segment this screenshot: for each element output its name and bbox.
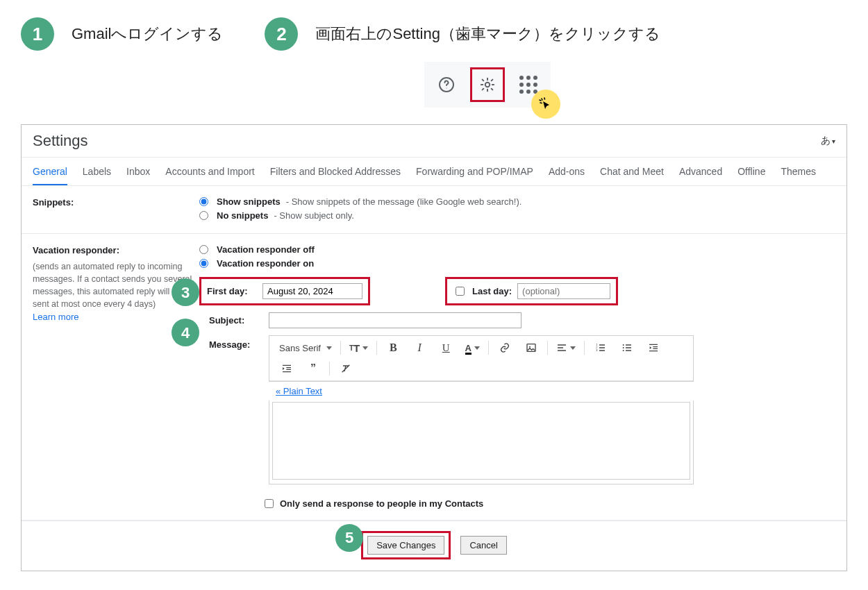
indent-less-tool[interactable] [642, 339, 665, 356]
editor-body-wrap [269, 401, 694, 484]
save-highlight: Save Changes [361, 531, 451, 559]
tab-forwarding[interactable]: Forwarding and POP/IMAP [416, 158, 533, 185]
editor-toolbar: Sans Serif TT B I U A [269, 336, 693, 381]
gear-icon[interactable] [474, 71, 501, 99]
svg-text:3: 3 [596, 348, 599, 352]
tab-offline[interactable]: Offline [737, 158, 765, 185]
snippets-show-radio[interactable] [199, 197, 208, 206]
svg-point-9 [623, 347, 624, 348]
step-1-text: Gmailへログインする [72, 24, 223, 44]
first-day-highlight: First day: [199, 277, 370, 305]
font-family-label: Sans Serif [279, 343, 321, 353]
image-tool[interactable] [519, 339, 543, 356]
save-button[interactable]: Save Changes [367, 536, 444, 555]
contacts-only-label: Only send a response to people in my Con… [280, 498, 483, 509]
svg-point-4 [529, 346, 531, 348]
last-day-input[interactable] [517, 283, 610, 299]
chevron-down-icon [326, 346, 332, 350]
subject-row: Subject: [199, 312, 835, 328]
svg-point-1 [446, 88, 447, 89]
italic-tool[interactable]: I [408, 339, 431, 357]
callout-badge-5: 5 [335, 524, 363, 552]
tab-general[interactable]: General [33, 158, 67, 186]
action-row: 5 Save Changes Cancel [22, 521, 846, 571]
cancel-button[interactable]: Cancel [460, 536, 506, 555]
page-title: Settings [33, 132, 88, 150]
snippets-show-desc: - Show snippets of the message (like Goo… [286, 196, 522, 207]
message-body[interactable] [272, 402, 690, 480]
svg-point-2 [485, 83, 490, 87]
tab-accounts[interactable]: Accounts and Import [165, 158, 254, 185]
settings-panel: Settings あ ▾ General Labels Inbox Accoun… [21, 124, 847, 571]
rich-editor: Sans Serif TT B I U A [269, 335, 694, 382]
chevron-down-icon [474, 346, 480, 350]
chevron-down-icon [362, 346, 368, 350]
instruction-steps: 1 Gmailへログインする 2 画面右上のSetting（歯車マーク）をクリッ… [21, 17, 847, 108]
callout-badge-3: 3 [172, 278, 199, 306]
snippets-hide-radio[interactable] [199, 211, 208, 220]
language-label: あ [821, 135, 831, 147]
callout-badge-4: 4 [172, 319, 199, 346]
contacts-only-row: Only send a response to people in my Con… [262, 497, 835, 510]
font-family-select[interactable]: Sans Serif [275, 340, 336, 356]
tab-themes[interactable]: Themes [781, 158, 816, 185]
link-tool[interactable] [493, 339, 517, 356]
vacation-off-radio[interactable] [199, 245, 208, 254]
tab-addons[interactable]: Add-ons [549, 158, 585, 185]
click-cursor-icon [531, 90, 560, 119]
step-1: 1 Gmailへログインする [21, 17, 223, 51]
subject-input[interactable] [269, 312, 521, 328]
step-1-badge: 1 [21, 17, 54, 51]
svg-point-10 [623, 350, 624, 351]
learn-more-link[interactable]: Learn more [33, 312, 78, 322]
text-color-tool[interactable]: A [460, 340, 484, 356]
vacation-on-row: Vacation responder on [199, 258, 835, 269]
language-selector[interactable]: あ ▾ [821, 135, 835, 147]
section-vacation: Vacation responder: (sends an automated … [22, 234, 846, 521]
underline-tool[interactable]: U [434, 339, 458, 357]
tab-chat[interactable]: Chat and Meet [600, 158, 664, 185]
step-2-badge: 2 [265, 17, 298, 51]
vacation-off-row: Vacation responder off [199, 244, 835, 255]
tab-labels[interactable]: Labels [83, 158, 111, 185]
settings-header: Settings あ ▾ [22, 125, 846, 157]
snippets-show-row: Show snippets - Show snippets of the mes… [199, 196, 835, 207]
vacation-label: Vacation responder: [33, 245, 119, 255]
settings-gear-highlight [470, 67, 505, 102]
vacation-off-label: Vacation responder off [217, 244, 315, 255]
subject-label: Subject: [209, 315, 259, 326]
vacation-on-label: Vacation responder on [217, 258, 314, 269]
chevron-down-icon: ▾ [832, 137, 835, 145]
font-size-tool[interactable]: TT [345, 339, 372, 357]
indent-more-tool[interactable] [275, 360, 299, 377]
step-2-text: 画面右上のSetting（歯車マーク）をクリックする [315, 24, 660, 44]
vacation-on-radio[interactable] [199, 259, 208, 268]
clear-format-tool[interactable] [334, 360, 358, 377]
last-day-label: Last day: [472, 286, 512, 296]
help-icon[interactable] [433, 71, 460, 99]
first-day-input[interactable] [262, 283, 362, 299]
tab-inbox[interactable]: Inbox [126, 158, 150, 185]
bold-tool[interactable]: B [381, 339, 405, 357]
snippets-show-label: Show snippets [217, 196, 281, 207]
tab-advanced[interactable]: Advanced [679, 158, 722, 185]
message-label: Message: [209, 335, 259, 350]
svg-point-8 [623, 344, 624, 346]
vacation-label-col: Vacation responder: (sends an automated … [33, 244, 199, 510]
quote-tool[interactable]: ” [301, 360, 325, 378]
align-tool[interactable] [552, 339, 580, 356]
last-day-checkbox[interactable] [456, 287, 465, 296]
chevron-down-icon [570, 346, 576, 350]
plain-text-link[interactable]: « Plain Text [269, 382, 694, 401]
dates-row: First day: Last day: [199, 277, 835, 305]
snippets-label: Snippets: [33, 196, 199, 224]
numbered-list-tool[interactable]: 123 [589, 339, 612, 356]
tab-filters[interactable]: Filters and Blocked Addresses [270, 158, 401, 185]
settings-tabs: General Labels Inbox Accounts and Import… [22, 157, 846, 186]
snippets-hide-desc: - Show subject only. [274, 210, 353, 221]
contacts-only-checkbox[interactable] [265, 499, 274, 508]
section-snippets: Snippets: Show snippets - Show snippets … [22, 186, 846, 234]
snippets-hide-row: No snippets - Show subject only. [199, 210, 835, 221]
bulleted-list-tool[interactable] [615, 339, 639, 356]
last-day-highlight: Last day: [445, 277, 618, 305]
